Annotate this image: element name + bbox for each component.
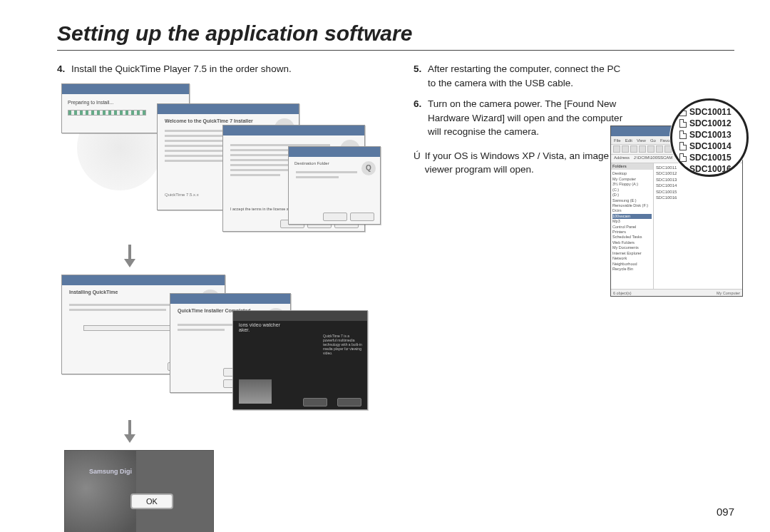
page-title: Setting up the application software bbox=[57, 21, 734, 51]
step-number: 4. bbox=[57, 62, 71, 76]
ok-button[interactable]: OK bbox=[130, 493, 173, 509]
mag-item: SDC10012 bbox=[672, 118, 746, 129]
file-icon bbox=[679, 131, 687, 139]
file-item[interactable]: SDC10014 bbox=[656, 183, 740, 188]
mag-item: SDC10011 bbox=[672, 106, 746, 118]
os-note: Ú If your OS is Windows XP / Vista, an i… bbox=[414, 149, 627, 177]
right-column: 5. After restarting the computer, connec… bbox=[414, 62, 627, 532]
step-number: 5. bbox=[414, 62, 428, 90]
status-bar: 6 object(s) My Computer bbox=[611, 289, 742, 296]
left-column: 4. Install the QuickTime Player 7.5 in t… bbox=[57, 62, 385, 532]
installer-shots-group-2: Q Installing QuickTime Q QuickTime Insta… bbox=[57, 275, 385, 417]
next-button[interactable] bbox=[350, 213, 374, 221]
installer-shots-group-1: Preparing to Install... Cancel Q Welcome… bbox=[57, 83, 385, 240]
back-button[interactable] bbox=[323, 213, 347, 221]
down-arrow-icon bbox=[121, 243, 449, 269]
file-item[interactable]: SDC10013 bbox=[656, 177, 740, 183]
file-pane[interactable]: SDC10011 SDC10012 SDC10013 SDC10014 SDC1… bbox=[654, 163, 742, 289]
page-number: 097 bbox=[717, 506, 734, 518]
file-icon bbox=[679, 119, 687, 128]
os-note-text: If your OS is Windows XP / Vista, an ima… bbox=[425, 149, 627, 177]
brand-label: Samsung Digi bbox=[89, 468, 132, 475]
installer-shot-destination: Q Destination Folder bbox=[288, 146, 381, 225]
step-5: 5. After restarting the computer, connec… bbox=[414, 62, 627, 90]
step-text: After restarting the computer, connect t… bbox=[428, 62, 627, 90]
menu-edit[interactable]: Edit bbox=[625, 138, 632, 143]
step-4: 4. Install the QuickTime Player 7.5 in t… bbox=[57, 62, 385, 76]
mag-item: SDC10013 bbox=[672, 129, 746, 140]
menu-go[interactable]: Go bbox=[650, 138, 656, 143]
file-item[interactable]: SDC10015 bbox=[656, 189, 740, 195]
menu-file[interactable]: File bbox=[614, 138, 621, 143]
step-number: 6. bbox=[414, 97, 428, 139]
menu-view[interactable]: View bbox=[637, 138, 646, 143]
file-icon bbox=[679, 153, 687, 162]
mag-item: SDC10014 bbox=[672, 140, 746, 152]
explorer-figure: File Edit View Go Favorites Help Address… bbox=[610, 107, 746, 307]
note-mark-icon: Ú bbox=[414, 149, 421, 177]
installer-shot-quicktime-dark: ions video watcher aker. QuickTime 7 is … bbox=[232, 310, 368, 410]
step-text: Turn on the camera power. The [Found New… bbox=[428, 97, 627, 139]
down-arrow-icon bbox=[121, 419, 449, 444]
step-6: 6. Turn on the camera power. The [Found … bbox=[414, 97, 627, 139]
mag-item: SDC10015 bbox=[672, 152, 746, 163]
magnifier-callout: SDC10011 SDC10012 SDC10013 SDC10014 SDC1… bbox=[670, 98, 749, 177]
samsung-installer-final: Samsung Digi OK bbox=[64, 450, 214, 532]
file-icon bbox=[679, 142, 687, 150]
file-icon bbox=[679, 108, 687, 116]
step-text: Install the QuickTime Player 7.5 in the … bbox=[71, 62, 292, 76]
folder-tree[interactable]: Folders Desktop My Computer 3½ Floppy (A… bbox=[611, 163, 654, 289]
file-item[interactable]: SDC10016 bbox=[656, 195, 740, 200]
